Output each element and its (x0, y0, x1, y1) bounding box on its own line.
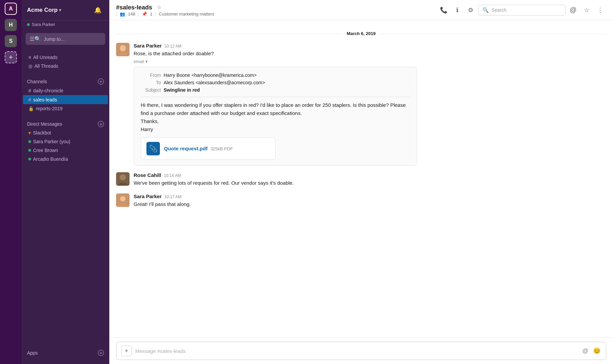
email-divider (141, 97, 410, 97)
sidebar-item-arcadio-buendia[interactable]: Arcadio Buendía (23, 155, 108, 163)
email-card: From Harry Boone <harryboone@kramerica.c… (134, 67, 417, 165)
message-author: Sara Parker (134, 43, 162, 49)
dm-section-header[interactable]: Direct Messages + (22, 120, 109, 128)
user-online-dot (27, 23, 30, 26)
email-to-label: To (141, 80, 161, 85)
avatar-sara-parker-2 (116, 193, 130, 207)
online-status-dot (28, 140, 31, 143)
message-1-content: Sara Parker 10:12 AM Rose, is the attach… (134, 43, 606, 165)
channel-name-label: sales-leads (33, 97, 57, 102)
dm-name-label: Slackbot (33, 130, 51, 135)
chevron-down-icon: ▾ (145, 59, 148, 64)
channels-section: Channels + # daily-chronicle # sales-lea… (22, 72, 109, 114)
message-input[interactable] (135, 348, 578, 354)
online-status-dot (28, 158, 31, 160)
workspace-avatar-h[interactable]: H (5, 19, 17, 31)
message-2: Rose Cahill 10:14 AM We've been getting … (116, 172, 606, 187)
sidebar-item-sara-parker[interactable]: Sara Parker (you) (23, 137, 108, 146)
hash-icon: # (28, 88, 31, 93)
apps-section-header[interactable]: Apps + (22, 348, 109, 357)
add-app-button[interactable]: + (98, 350, 104, 356)
svg-point-5 (120, 174, 126, 180)
message-time: 10:12 AM (164, 44, 182, 49)
add-dm-button[interactable]: + (98, 121, 104, 127)
email-to-value: Alex Saunders <alexsaunders@acmecorp.com… (164, 80, 265, 85)
sidebar-item-all-unreads[interactable]: ≡ All Unreads (23, 53, 108, 62)
pin-icon: 📌 (142, 11, 147, 17)
email-toggle[interactable]: email ▾ (134, 59, 148, 64)
sidebar-item-reports-2019[interactable]: 🔒 reports-2019 (23, 104, 108, 113)
user-status: Sara Parker (22, 21, 109, 30)
message-1: Sara Parker 10:12 AM Rose, is the attach… (116, 43, 606, 165)
workspace-name[interactable]: Acme Corp ▾ (27, 7, 61, 13)
date-divider: March 6, 2019 (116, 31, 606, 36)
avatar-sara-parker-1 (116, 43, 130, 56)
channel-name-label: daily-chronicle (33, 88, 63, 93)
channel-name-label: reports-2019 (36, 106, 62, 111)
pipe-divider: | (155, 11, 156, 17)
add-channel-button[interactable]: + (98, 79, 104, 85)
channel-description: Customer marketing matters (159, 11, 214, 17)
starred-items-button[interactable]: ☆ (581, 4, 593, 16)
pipe-divider: | (138, 11, 139, 17)
jump-to-icon: ☰🔍 (30, 36, 41, 42)
phone-icon-button[interactable]: 📞 (438, 4, 450, 16)
email-subject-value: Swingline in red (164, 87, 200, 93)
info-icon-button[interactable]: ℹ (451, 4, 463, 16)
heart-icon: ♥ (28, 130, 31, 135)
dm-name-label: Cree Brown (33, 148, 58, 153)
star-channel-button[interactable]: ☆ (155, 3, 163, 11)
user-name-label: Sara Parker (32, 22, 55, 27)
attachment-name: Quote request.pdf (164, 146, 207, 151)
more-options-button[interactable]: ⋮ (594, 4, 606, 16)
sidebar-item-all-threads[interactable]: ◎ All Threads (23, 62, 108, 70)
sidebar-item-daily-chronicle[interactable]: # daily-chronicle (23, 86, 108, 95)
jump-to-button[interactable]: ☰🔍 Jump to... (26, 33, 105, 45)
svg-point-3 (120, 46, 126, 51)
dm-header-label: Direct Messages (27, 121, 62, 127)
message-3-content: Sara Parker 10:17 AM Great! I'll pass th… (134, 193, 606, 208)
add-action-button[interactable]: + (121, 345, 132, 356)
date-divider-label: March 6, 2019 (341, 31, 381, 36)
search-input[interactable] (492, 7, 561, 13)
settings-icon-button[interactable]: ⚙ (465, 4, 477, 16)
sidebar-item-cree-brown[interactable]: Cree Brown (23, 146, 108, 155)
emoji-picker-button[interactable]: 😊 (592, 346, 601, 355)
apps-section: Apps + (22, 343, 109, 364)
thread-icon: ◎ (28, 63, 32, 69)
email-attachment[interactable]: 📎 Quote request.pdf 325kB PDF (141, 138, 276, 160)
hash-icon: # (28, 97, 31, 102)
sidebar-item-label: All Unreads (33, 55, 57, 60)
channels-section-header[interactable]: Channels + (22, 77, 109, 86)
online-status-dot (28, 149, 31, 152)
lines-icon: ≡ (28, 55, 31, 60)
workspace-avatar-s[interactable]: S (5, 35, 17, 47)
message-3-header: Sara Parker 10:17 AM (134, 193, 606, 199)
message-2-content: Rose Cahill 10:14 AM We've been getting … (134, 172, 606, 187)
message-input-box: + @ 😊 (116, 342, 606, 360)
search-icon: 🔍 (482, 7, 489, 13)
channel-name-heading: #sales-leads (116, 4, 152, 11)
sidebar-item-sales-leads[interactable]: # sales-leads (23, 95, 108, 104)
attachment-icon: 📎 (146, 142, 160, 155)
sidebar-item-slackbot[interactable]: ♥ Slackbot (23, 128, 108, 137)
workspace-avatar-a[interactable]: A (5, 3, 17, 15)
email-from-label: From (141, 72, 161, 78)
attachment-info: Quote request.pdf 325kB PDF (164, 146, 233, 152)
workspace-header: Acme Corp ▾ 🔔 (22, 0, 109, 21)
message-text: Rose, is the attached order doable? (134, 50, 606, 58)
jump-to-label: Jump to... (44, 36, 64, 42)
at-mention-input-button[interactable]: @ (582, 347, 589, 355)
dm-name-label: Arcadio Buendía (33, 156, 68, 162)
notifications-bell-icon[interactable]: 🔔 (92, 4, 104, 16)
dm-name-label: Sara Parker (you) (33, 139, 70, 144)
message-time: 10:17 AM (164, 194, 182, 199)
at-mention-button[interactable]: @ (567, 4, 579, 16)
workspace-add-btn[interactable]: + (5, 51, 17, 63)
email-body: Hi there, I was wondering if you offer s… (141, 101, 410, 133)
message-time: 10:14 AM (164, 173, 181, 178)
channel-search-box[interactable]: 🔍 (478, 5, 566, 16)
message-author: Sara Parker (134, 193, 162, 199)
pipe-divider: | (116, 11, 117, 17)
messages-area: March 6, 2019 Sara Parker 10:12 AM Rose,… (109, 20, 613, 337)
